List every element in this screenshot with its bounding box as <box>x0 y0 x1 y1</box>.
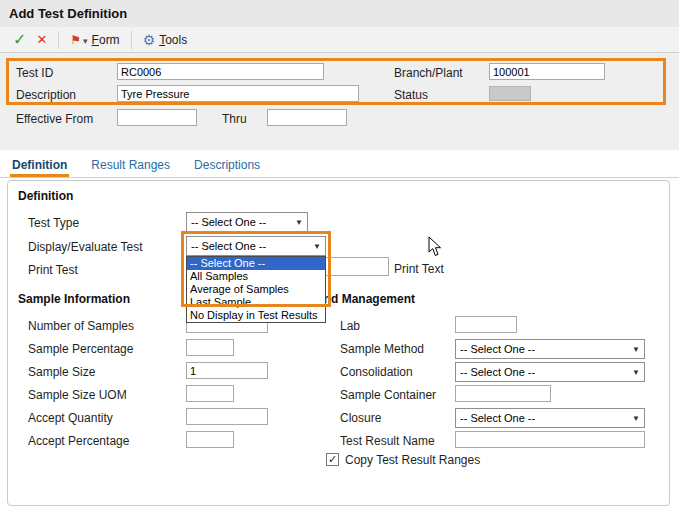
dropdown-arrow-icon: ▼ <box>632 368 640 377</box>
form-menu-label: Form <box>92 33 120 47</box>
sample-size-input[interactable] <box>186 362 268 379</box>
cancel-button[interactable]: ✕ <box>31 31 52 48</box>
lab-label: Lab <box>340 319 360 333</box>
sample-method-label: Sample Method <box>340 342 424 356</box>
sample-percentage-label: Sample Percentage <box>28 342 133 356</box>
toolbar-separator <box>131 31 132 49</box>
check-icon: ✓ <box>328 454 337 465</box>
consolidation-label: Consolidation <box>340 365 413 379</box>
tab-descriptions[interactable]: Descriptions <box>192 153 262 177</box>
accept-percentage-input[interactable] <box>186 431 234 448</box>
display-evaluate-selected-value: -- Select One -- <box>191 240 266 252</box>
accept-percentage-label: Accept Percentage <box>28 434 129 448</box>
tools-gear-icon: ⚙ <box>143 33 156 47</box>
sample-size-uom-input[interactable] <box>186 385 234 402</box>
tools-menu-button[interactable]: ⚙ Tools <box>138 31 193 49</box>
cancel-x-icon: ✕ <box>36 33 47 46</box>
add-test-definition-window: Add Test Definition ✓ ✕ ⚑ ▾ Form ⚙ Tools… <box>0 0 679 516</box>
closure-label: Closure <box>340 411 381 425</box>
dropdown-option-last-sample[interactable]: Last Sample <box>187 296 325 309</box>
definition-group-heading: Definition <box>18 189 73 203</box>
test-result-name-label: Test Result Name <box>340 434 435 448</box>
test-type-selected-value: -- Select One -- <box>191 216 266 228</box>
status-field-disabled <box>489 86 531 101</box>
test-type-label: Test Type <box>28 216 79 230</box>
number-of-samples-label: Number of Samples <box>28 319 134 333</box>
test-id-label: Test ID <box>16 66 53 80</box>
branch-plant-input[interactable] <box>489 63 605 80</box>
ok-check-icon: ✓ <box>13 32 26 48</box>
description-input[interactable] <box>117 85 359 102</box>
lab-input[interactable] <box>455 316 517 333</box>
display-evaluate-dropdown-list: -- Select One -- All Samples Average of … <box>186 256 326 323</box>
consolidation-selected-value: -- Select One -- <box>460 366 535 378</box>
status-label: Status <box>394 88 428 102</box>
dropdown-arrow-icon: ▼ <box>295 218 303 227</box>
effective-from-input[interactable] <box>117 109 197 126</box>
toolbar-separator <box>58 31 59 49</box>
sample-container-label: Sample Container <box>340 388 436 402</box>
accept-quantity-input[interactable] <box>186 408 268 425</box>
sample-percentage-input[interactable] <box>186 339 234 356</box>
dropdown-option-average-of-samples[interactable]: Average of Samples <box>187 283 325 296</box>
display-evaluate-test-label: Display/Evaluate Test <box>28 240 143 254</box>
print-text-label: Print Text <box>394 262 444 276</box>
sample-size-label: Sample Size <box>28 365 95 379</box>
page-title: Add Test Definition <box>0 0 679 27</box>
sample-information-heading: Sample Information <box>18 292 130 306</box>
dropdown-option-select-one[interactable]: -- Select One -- <box>187 257 325 270</box>
sample-size-uom-label: Sample Size UOM <box>28 388 127 402</box>
form-menu-button[interactable]: ⚑ ▾ Form <box>65 31 124 49</box>
description-label: Description <box>16 88 76 102</box>
consolidation-select[interactable]: -- Select One -- ▼ <box>455 362 645 382</box>
sample-container-input[interactable] <box>455 385 551 402</box>
sample-method-select[interactable]: -- Select One -- ▼ <box>455 339 645 359</box>
toolbar: ✓ ✕ ⚑ ▾ Form ⚙ Tools <box>0 27 679 53</box>
closure-selected-value: -- Select One -- <box>460 412 535 424</box>
sample-method-selected-value: -- Select One -- <box>460 343 535 355</box>
dropdown-option-all-samples[interactable]: All Samples <box>187 270 325 283</box>
dropdown-arrow-icon: ▼ <box>632 345 640 354</box>
tab-bar: Definition Result Ranges Descriptions <box>0 150 679 178</box>
copy-test-result-ranges-label: Copy Test Result Ranges <box>345 453 480 467</box>
tab-definition[interactable]: Definition <box>10 153 69 177</box>
test-type-select[interactable]: -- Select One -- ▼ <box>186 212 308 232</box>
dropdown-arrow-icon: ▼ <box>313 242 321 251</box>
print-test-label: Print Test <box>28 263 78 277</box>
accept-quantity-label: Accept Quantity <box>28 411 113 425</box>
tools-menu-label: Tools <box>159 33 187 47</box>
effective-from-label: Effective From <box>16 112 93 126</box>
form-exit-icon: ⚑ <box>70 34 81 46</box>
thru-input[interactable] <box>267 109 347 126</box>
dropdown-option-no-display[interactable]: No Display in Test Results <box>187 309 325 322</box>
test-result-name-input[interactable] <box>455 431 645 448</box>
display-evaluate-test-select[interactable]: -- Select One -- ▼ <box>186 236 326 256</box>
dropdown-arrow-icon: ▼ <box>632 414 640 423</box>
ok-button[interactable]: ✓ <box>8 30 31 50</box>
thru-label: Thru <box>222 112 247 126</box>
branch-plant-label: Branch/Plant <box>394 66 463 80</box>
copy-test-result-ranges-checkbox[interactable]: ✓ <box>326 453 339 466</box>
tab-result-ranges[interactable]: Result Ranges <box>89 153 172 177</box>
chevron-down-icon: ▾ <box>83 37 88 46</box>
closure-select[interactable]: -- Select One -- ▼ <box>455 408 645 428</box>
test-id-input[interactable] <box>117 63 324 80</box>
